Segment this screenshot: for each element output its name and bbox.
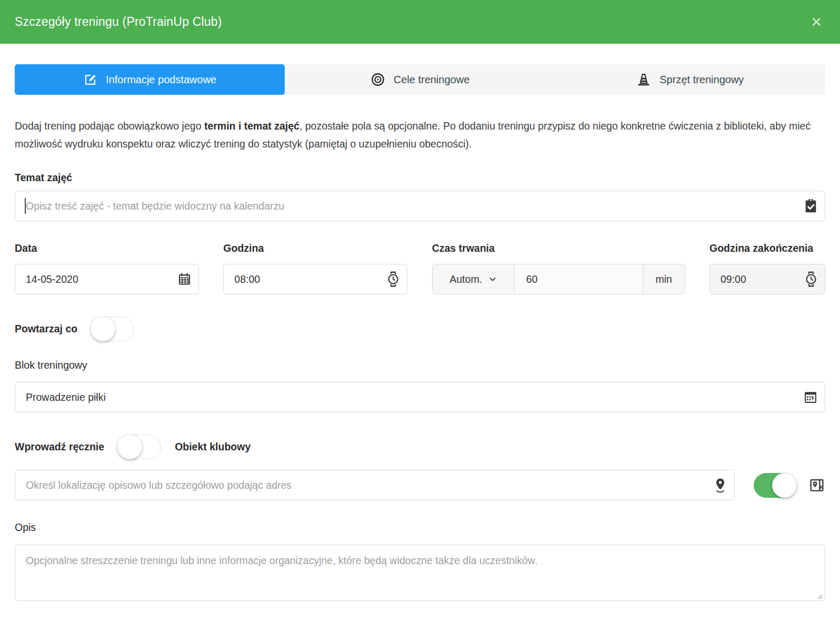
description-textarea[interactable]: [15, 545, 825, 601]
cone-icon: [636, 72, 651, 87]
training-block-input[interactable]: [15, 382, 825, 412]
training-block-field: [15, 382, 825, 412]
duration-unit: min: [643, 264, 685, 294]
date-input[interactable]: [15, 264, 199, 294]
location-row: [15, 470, 825, 500]
location-pin-icon[interactable]: [713, 477, 727, 493]
manual-entry-label: Wprowadź ręcznie: [15, 441, 104, 453]
tab-informacje-podstawowe[interactable]: Informacje podstawowe: [15, 64, 285, 95]
start-time-label: Godzina: [223, 242, 407, 254]
tab-label: Cele treningowe: [394, 74, 470, 86]
description-label: Opis: [15, 521, 825, 534]
intro-text: Dodaj trening podając obowiązkowo jego t…: [15, 117, 825, 153]
duration-mode-select[interactable]: Autom.: [433, 264, 515, 294]
manual-entry-toggle[interactable]: [118, 435, 161, 459]
text-caret: [25, 198, 26, 214]
topic-input[interactable]: [15, 191, 825, 221]
toggle-knob: [91, 317, 115, 341]
tab-cele-treningowe[interactable]: Cele treningowe: [285, 64, 555, 95]
start-time-group: Godzina: [223, 242, 407, 294]
location-mode-row: Wprowadź ręcznie Obiekt klubowy: [15, 435, 825, 459]
topic-field: [15, 191, 825, 221]
duration-label: Czas trwania: [432, 242, 685, 254]
training-block-label: Blok treningowy: [15, 359, 825, 371]
end-time-label: Godzina zakończenia: [709, 242, 825, 254]
modal-title: Szczegóły treningu (ProTrainUp Club): [15, 15, 222, 29]
topic-label: Temat zajęć: [15, 172, 825, 184]
duration-group: Czas trwania Autom. min: [432, 242, 685, 294]
toggle-knob: [772, 473, 797, 498]
duration-value-input[interactable]: [526, 273, 643, 285]
location-field: [15, 470, 735, 500]
calendar-icon[interactable]: [177, 272, 192, 287]
clipboard-check-icon[interactable]: [804, 198, 818, 214]
repeat-row: Powtarzaj co: [15, 317, 825, 341]
description-field: [15, 545, 825, 603]
edit-icon: [83, 73, 97, 87]
map-toggle[interactable]: [754, 473, 797, 498]
date-group: Data: [15, 242, 199, 294]
watch-icon[interactable]: [804, 271, 818, 287]
toggle-knob: [117, 435, 142, 459]
target-icon: [371, 72, 385, 87]
tab-bar: Informacje podstawowe Cele treningowe: [15, 64, 825, 95]
resize-handle-icon[interactable]: [815, 592, 823, 599]
tab-label: Informacje podstawowe: [106, 74, 216, 86]
duration-input-group: Autom. min: [432, 264, 685, 294]
modal-header: Szczegóły treningu (ProTrainUp Club) ✕: [0, 0, 840, 44]
calendar-week-icon[interactable]: [803, 390, 818, 405]
location-input[interactable]: [15, 470, 735, 500]
start-time-input[interactable]: [223, 264, 407, 294]
chevron-down-icon: [488, 275, 497, 283]
end-time-group: Godzina zakończenia: [709, 242, 825, 294]
map-icon[interactable]: [808, 477, 825, 494]
tab-sprzet-treningowy[interactable]: Sprzęt treningowy: [555, 64, 825, 95]
schedule-row: Data Godzina: [15, 242, 825, 294]
club-facility-label: Obiekt klubowy: [175, 441, 251, 453]
date-label: Data: [15, 242, 199, 254]
repeat-toggle[interactable]: [91, 317, 134, 341]
close-icon[interactable]: ✕: [808, 13, 824, 31]
tab-label: Sprzęt treningowy: [659, 74, 744, 86]
watch-icon[interactable]: [386, 271, 400, 287]
repeat-label: Powtarzaj co: [15, 323, 77, 335]
